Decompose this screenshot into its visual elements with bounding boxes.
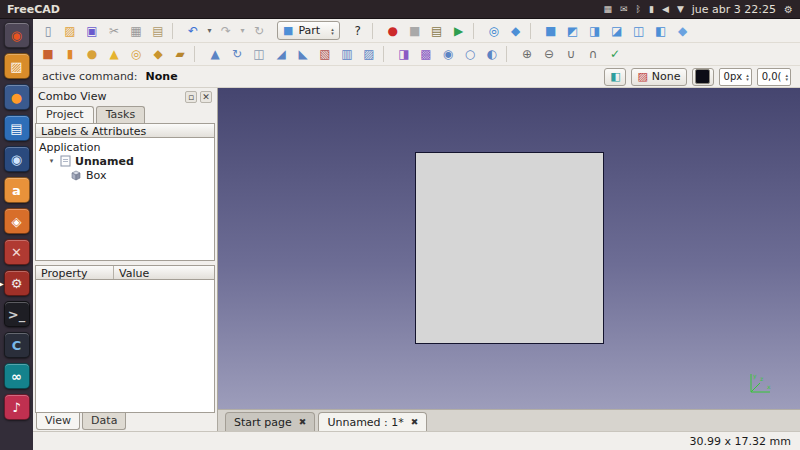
whats-this-icon[interactable]: ? [347, 21, 369, 41]
property-view-tab[interactable]: View [36, 413, 80, 430]
copy-icon[interactable]: ▦ [125, 21, 147, 41]
launcher-firefox[interactable]: ● [0, 84, 33, 110]
launcher-libreoffice[interactable]: ▤ [0, 115, 33, 141]
clock[interactable]: jue abr 3 22:25 [692, 3, 776, 16]
fit-all-icon[interactable]: ◎ [483, 21, 505, 41]
view-top-icon[interactable]: ◩ [562, 21, 584, 41]
save-icon[interactable]: ▣ [81, 21, 103, 41]
launcher-amazon[interactable]: a [0, 177, 33, 203]
view-left-icon[interactable]: ◧ [650, 21, 672, 41]
sweep-icon[interactable]: ▨ [358, 44, 380, 64]
property-column-header[interactable]: Property [36, 266, 114, 279]
view-isometric-icon[interactable]: ◆ [672, 21, 694, 41]
panel-float-button[interactable]: ▫ [185, 91, 197, 103]
extrude-icon[interactable]: ▲ [204, 44, 226, 64]
tab-start-page[interactable]: Start page ✖ [225, 412, 315, 431]
view-front-icon[interactable]: ■ [540, 21, 562, 41]
indicator-messages-icon[interactable]: ✉ [620, 5, 628, 14]
undo-icon[interactable]: ↶ [182, 21, 204, 41]
line-color-button[interactable] [692, 68, 714, 86]
redo-icon[interactable]: ↷ [215, 21, 237, 41]
combo-view-tab[interactable]: Project [36, 106, 94, 123]
spin-arrows-icon[interactable]: ▴▾ [785, 73, 788, 81]
paste-icon[interactable]: ▤ [147, 21, 169, 41]
combo-view-tab[interactable]: Tasks [96, 106, 145, 123]
thickness-icon[interactable]: ◐ [481, 44, 503, 64]
macro-play-icon[interactable]: ▶ [448, 21, 470, 41]
box-model[interactable] [415, 152, 604, 344]
cross-sections-icon[interactable]: ▩ [415, 44, 437, 64]
sphere-icon[interactable]: ● [81, 44, 103, 64]
launcher-freecad[interactable]: ⚙ [0, 270, 33, 296]
workbench-selector[interactable]: ■ Part ▴▾ [277, 21, 340, 40]
launcher-ubuntu-software[interactable]: ◈ [0, 208, 33, 234]
tree-item-application[interactable]: Application [39, 140, 214, 154]
box-icon[interactable]: ■ [37, 44, 59, 64]
boolean-intersection-icon[interactable]: ∩ [582, 44, 604, 64]
3d-viewport[interactable]: x y z [218, 88, 800, 409]
launcher-chromium[interactable]: C [0, 332, 33, 358]
shape-builder-icon[interactable]: ▰ [169, 44, 191, 64]
value-column-header[interactable]: Value [114, 266, 214, 279]
launcher-terminal[interactable]: >_ [0, 301, 33, 327]
refresh-icon[interactable]: ↻ [248, 21, 270, 41]
panel-close-button[interactable]: ✕ [200, 91, 212, 103]
undo-dropdown-icon[interactable]: ▾ [204, 21, 215, 41]
view-axonometric-icon[interactable]: ◆ [505, 21, 527, 41]
construction-mode-toggle[interactable]: ◧ [604, 68, 626, 86]
launcher-app-blue[interactable]: ◉ [0, 146, 33, 172]
launcher-system-settings[interactable]: ✕ [0, 239, 33, 265]
tree-item-box[interactable]: Box [39, 168, 214, 182]
compound-icon[interactable]: ⊕ [516, 44, 538, 64]
cut-icon[interactable]: ✂ [103, 21, 125, 41]
cone-icon[interactable]: ▲ [103, 44, 125, 64]
new-file-icon[interactable]: ▯ [37, 21, 59, 41]
indicator-bluetooth-icon[interactable]: ᛒ [636, 5, 641, 14]
indicator-network-icon[interactable]: ▼ [677, 5, 684, 14]
ruled-surface-icon[interactable]: ▧ [314, 44, 336, 64]
redo-dropdown-icon[interactable]: ▾ [237, 21, 248, 41]
create-primitives-icon[interactable]: ◆ [147, 44, 169, 64]
launcher-files[interactable]: ▨ [0, 53, 33, 79]
macro-edit-icon[interactable]: ▤ [426, 21, 448, 41]
cylinder-icon[interactable]: ▮ [59, 44, 81, 64]
spin-arrows-icon[interactable]: ▴▾ [746, 73, 749, 81]
view-bottom-icon[interactable]: ◫ [628, 21, 650, 41]
expander-icon[interactable]: ▾ [47, 157, 56, 165]
section-icon[interactable]: ◨ [393, 44, 415, 64]
session-menu-icon[interactable]: ⚙ [784, 4, 793, 15]
open-file-icon[interactable]: ▨ [59, 21, 81, 41]
scale-spinbox[interactable]: 0,0( ▴▾ [757, 68, 791, 86]
boolean-cut-icon[interactable]: ⊖ [538, 44, 560, 64]
unity-launcher: ◉ ▨ ● ▤ [0, 19, 33, 450]
indicator-sound-icon[interactable]: ◀ [662, 5, 669, 14]
loft-icon[interactable]: ▥ [336, 44, 358, 64]
offset-3d-icon[interactable]: ◉ [437, 44, 459, 64]
view-right-icon[interactable]: ◨ [584, 21, 606, 41]
indicator-battery-icon[interactable]: ▮ [649, 5, 654, 14]
property-view-tab[interactable]: Data [82, 413, 126, 430]
chamfer-icon[interactable]: ◣ [292, 44, 314, 64]
launcher-dash-home[interactable]: ◉ [0, 22, 33, 48]
tree-item-document[interactable]: ▾ Unnamed [39, 154, 214, 168]
line-width-spinbox[interactable]: 0px ▴▾ [719, 68, 752, 86]
document-icon [60, 155, 71, 167]
indicator-keyboard-icon[interactable]: ▦ [604, 5, 613, 14]
macro-record-icon[interactable]: ● [382, 21, 404, 41]
tab-unnamed-document[interactable]: Unnamed : 1* ✖ [318, 412, 427, 431]
property-table-body[interactable] [35, 280, 215, 413]
launcher-media[interactable]: ♪ [0, 394, 33, 420]
check-geometry-icon[interactable]: ✓ [604, 44, 626, 64]
mirror-icon[interactable]: ◫ [248, 44, 270, 64]
launcher-arduino[interactable]: ∞ [0, 363, 33, 389]
autogroup-button[interactable]: ▨ None [631, 68, 686, 86]
fillet-icon[interactable]: ◢ [270, 44, 292, 64]
torus-icon[interactable]: ◎ [125, 44, 147, 64]
close-tab-icon[interactable]: ✖ [411, 418, 419, 427]
close-tab-icon[interactable]: ✖ [299, 418, 307, 427]
view-rear-icon[interactable]: ◪ [606, 21, 628, 41]
macro-stop-icon[interactable]: ■ [404, 21, 426, 41]
offset-2d-icon[interactable]: ○ [459, 44, 481, 64]
revolve-icon[interactable]: ↻ [226, 44, 248, 64]
boolean-union-icon[interactable]: ∪ [560, 44, 582, 64]
